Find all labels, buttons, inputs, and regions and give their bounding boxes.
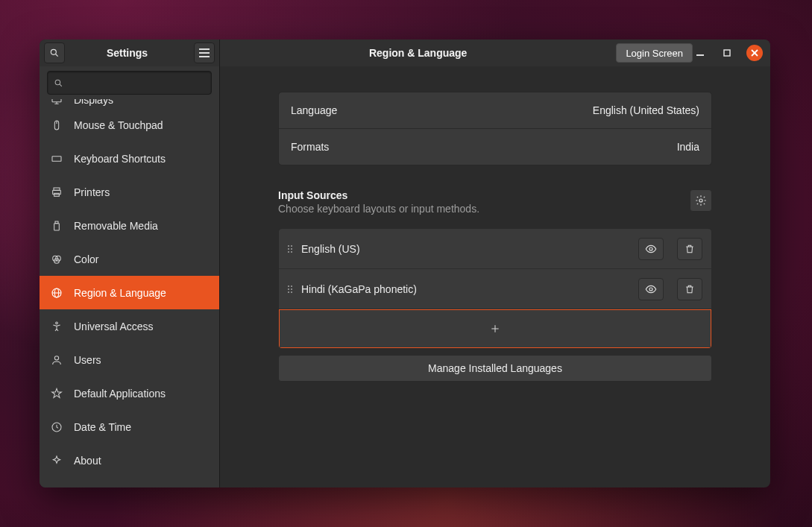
input-sources-subtitle: Choose keyboard layouts or input methods… xyxy=(278,203,690,215)
close-icon xyxy=(751,49,758,57)
color-icon xyxy=(50,253,63,265)
content-pane: Language English (United States) Formats… xyxy=(220,66,770,487)
sidebar-item-label: About xyxy=(74,455,101,467)
svg-rect-24 xyxy=(54,223,60,230)
drag-handle-icon[interactable] xyxy=(288,245,292,253)
svg-rect-6 xyxy=(724,50,730,56)
add-input-source-button[interactable] xyxy=(279,309,711,348)
sidebar-item-universal-access[interactable]: Universal Access xyxy=(40,309,219,343)
minimize-button[interactable] xyxy=(693,45,708,60)
sidebar-item-label: Keyboard Shortcuts xyxy=(74,153,166,165)
svg-point-36 xyxy=(649,288,652,291)
sidebar-item-label: Date & Time xyxy=(74,421,131,433)
sidebar-item-label: Mouse & Touchpad xyxy=(74,119,163,131)
mouse-icon xyxy=(50,119,63,131)
sidebar-item-about[interactable]: About xyxy=(40,444,219,477)
formats-value: India xyxy=(677,141,699,153)
menu-icon xyxy=(199,48,210,57)
eye-icon xyxy=(645,283,657,295)
search-icon xyxy=(49,48,60,58)
svg-point-9 xyxy=(55,80,60,85)
sidebar-item-label: Displays xyxy=(74,99,113,106)
input-sources-options-button[interactable] xyxy=(690,189,712,212)
titlebar: Settings Region & Language Login Screen xyxy=(40,40,770,66)
svg-rect-3 xyxy=(199,52,210,54)
sidebar-item-label: Removable Media xyxy=(74,220,158,232)
keyboard-icon xyxy=(50,153,63,165)
sidebar-item-label: Printers xyxy=(74,186,110,198)
sidebar-item-label: Universal Access xyxy=(74,321,154,332)
sidebar-item-label: Default Applications xyxy=(74,388,166,400)
plus-icon xyxy=(490,324,500,334)
language-row[interactable]: Language English (United States) xyxy=(279,92,711,128)
formats-row[interactable]: Formats India xyxy=(279,128,711,165)
remove-input-button[interactable] xyxy=(677,238,702,260)
sidebar-item-label: Region & Language xyxy=(74,287,166,299)
monitor-icon xyxy=(50,99,63,106)
maximize-button[interactable] xyxy=(720,45,734,60)
sidebar-item-removable-media[interactable]: Removable Media xyxy=(40,209,219,242)
input-source-row[interactable]: English (US) xyxy=(279,229,711,269)
preview-layout-button[interactable] xyxy=(638,278,664,300)
hamburger-button[interactable] xyxy=(194,42,215,63)
settings-window: Settings Region & Language Login Screen xyxy=(40,40,770,487)
login-screen-button[interactable]: Login Screen xyxy=(616,43,693,63)
sidebar-item-users[interactable]: Users xyxy=(40,343,219,376)
input-source-row[interactable]: Hindi (KaGaPa phonetic) xyxy=(279,269,711,309)
sidebar-item-date-time[interactable]: Date & Time xyxy=(40,410,219,444)
sidebar: DisplaysMouse & TouchpadKeyboard Shortcu… xyxy=(40,66,220,487)
search-icon xyxy=(54,78,63,88)
svg-line-10 xyxy=(60,84,62,86)
svg-rect-16 xyxy=(52,156,61,161)
usb-icon xyxy=(50,220,63,232)
svg-point-35 xyxy=(649,247,652,250)
sidebar-search-input[interactable] xyxy=(47,71,212,95)
preview-layout-button[interactable] xyxy=(638,238,664,260)
svg-point-32 xyxy=(54,356,58,359)
sidebar-item-color[interactable]: Color xyxy=(40,242,219,276)
input-sources-title: Input Sources xyxy=(278,189,690,201)
input-source-label: English (US) xyxy=(301,243,625,255)
remove-input-button[interactable] xyxy=(677,278,702,300)
sparkle-icon xyxy=(50,455,63,467)
sidebar-item-mouse-touchpad[interactable]: Mouse & Touchpad xyxy=(40,108,219,142)
close-button[interactable] xyxy=(746,45,763,61)
lang-formats-group: Language English (United States) Formats… xyxy=(278,92,712,165)
trash-icon xyxy=(684,283,695,295)
printer-icon xyxy=(50,186,63,198)
language-label: Language xyxy=(291,104,337,116)
maximize-icon xyxy=(723,49,731,57)
svg-rect-11 xyxy=(52,99,61,102)
sidebar-item-region-language[interactable]: Region & Language xyxy=(40,276,219,309)
svg-rect-22 xyxy=(54,193,60,196)
page-title: Region & Language xyxy=(220,47,616,59)
svg-point-0 xyxy=(51,49,56,54)
trash-icon xyxy=(684,243,695,255)
sidebar-item-keyboard-shortcuts[interactable]: Keyboard Shortcuts xyxy=(40,142,219,175)
svg-rect-2 xyxy=(199,48,210,50)
sidebar-item-displays[interactable]: Displays xyxy=(40,99,219,108)
header-search-button[interactable] xyxy=(44,42,65,63)
users-icon xyxy=(50,354,63,366)
globe-icon xyxy=(50,287,63,299)
svg-point-31 xyxy=(56,322,58,324)
star-icon xyxy=(50,388,63,400)
drag-handle-icon[interactable] xyxy=(288,285,292,293)
svg-rect-5 xyxy=(696,54,704,56)
sidebar-item-default-applications[interactable]: Default Applications xyxy=(40,376,219,410)
gear-icon xyxy=(695,195,707,206)
sidebar-item-label: Users xyxy=(74,354,101,366)
input-source-label: Hindi (KaGaPa phonetic) xyxy=(301,283,625,295)
clock-icon xyxy=(50,421,63,433)
svg-point-34 xyxy=(699,199,702,202)
formats-label: Formats xyxy=(291,141,329,153)
accessibility-icon xyxy=(50,321,63,332)
svg-line-1 xyxy=(56,54,58,57)
language-value: English (United States) xyxy=(593,104,699,116)
minimize-icon xyxy=(696,49,704,57)
eye-icon xyxy=(645,243,657,255)
sidebar-item-printers[interactable]: Printers xyxy=(40,175,219,209)
sidebar-item-label: Color xyxy=(74,253,98,265)
manage-installed-languages-button[interactable]: Manage Installed Languages xyxy=(278,355,712,382)
app-title: Settings xyxy=(65,47,189,59)
